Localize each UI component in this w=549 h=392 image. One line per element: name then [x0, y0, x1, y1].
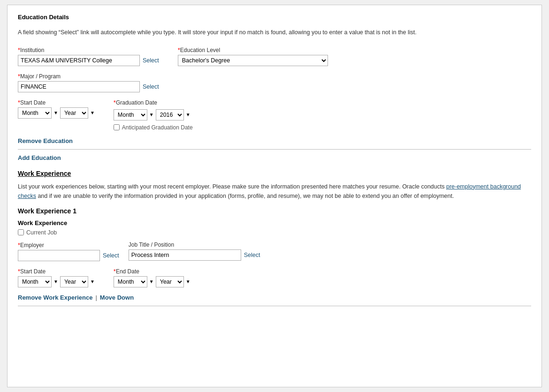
jobtitle-group: Job Title / Position Select: [129, 241, 260, 261]
anticipated-row: Anticipated Graduation Date: [114, 124, 193, 131]
work-start-date-selects: Month JanuaryFebruaryMarch AprilMayJune …: [18, 276, 95, 287]
work-start-year-select[interactable]: Year 201020112012 201320142015 201620172…: [60, 276, 88, 287]
education-row-3: *Start Date Month JanuaryFebruaryMarch A…: [18, 99, 531, 131]
major-group: *Major / Program Select: [18, 73, 159, 92]
work-end-month-select[interactable]: Month JanuaryFebruaryMarch AprilMayJune …: [114, 276, 147, 287]
education-row-2: *Major / Program Select: [18, 73, 531, 92]
add-education-link[interactable]: Add Education: [18, 154, 61, 161]
institution-select-link[interactable]: Select: [143, 57, 159, 64]
edu-start-date-selects: Month JanuaryFebruaryMarch AprilMayJune …: [18, 107, 95, 119]
work-experience-description: List your work experiences below, starti…: [18, 182, 531, 201]
edu-start-year-select[interactable]: Year 201020112012 201320142015 201620172…: [60, 107, 88, 119]
pipe-separator: |: [95, 294, 97, 301]
add-education-container: Add Education: [18, 154, 531, 161]
education-level-group: *Education Level Bachelor's Degree Maste…: [178, 46, 328, 66]
work-start-date-label: *Start Date: [18, 268, 95, 275]
institution-input-row: Select: [18, 55, 159, 66]
work-experience-1-number: Work Experience 1: [18, 207, 531, 215]
current-job-row: Current Job: [18, 229, 531, 236]
work-end-date-label: *End Date: [114, 268, 191, 275]
jobtitle-input-row: Select: [129, 249, 260, 261]
work-exp-desc-text2: and if we are unable to verify the infor…: [36, 193, 454, 199]
edu-start-date-arrow: ▼: [53, 110, 58, 115]
jobtitle-select-link[interactable]: Select: [244, 252, 260, 258]
employer-input[interactable]: [18, 250, 100, 261]
work-start-month-select[interactable]: Month JanuaryFebruaryMarch AprilMayJune …: [18, 276, 52, 287]
grad-year-arrow: ▼: [186, 112, 191, 117]
work-experience-bottom-divider: [18, 306, 531, 306]
major-select-link[interactable]: Select: [143, 83, 159, 90]
grad-year-select[interactable]: Year 201020112012 201320142015 201620172…: [156, 109, 184, 121]
employer-label: *Employer: [18, 241, 119, 249]
edu-start-year-arrow: ▼: [90, 110, 95, 115]
major-label: *Major / Program: [18, 73, 159, 80]
employer-input-row: Select: [18, 250, 119, 261]
edu-start-date-label: *Start Date: [18, 99, 95, 106]
employer-jobtitle-row: *Employer Select Job Title / Position Se…: [18, 241, 531, 261]
institution-group: *Institution Select: [18, 46, 159, 66]
remove-education-link[interactable]: Remove Education: [18, 137, 73, 144]
education-divider: [18, 149, 531, 150]
institution-input[interactable]: [18, 55, 140, 66]
work-experience-section-header: Work Experience: [18, 170, 531, 177]
employer-select-link[interactable]: Select: [103, 252, 119, 259]
education-level-select[interactable]: Bachelor's Degree Master's Degree Associ…: [178, 55, 328, 66]
education-level-label: *Education Level: [178, 46, 328, 53]
education-row-1: *Institution Select *Education Level Bac…: [18, 46, 531, 66]
startend-row: *Start Date Month JanuaryFebruaryMarch A…: [18, 268, 531, 287]
work-start-year-arrow: ▼: [90, 279, 95, 284]
major-input[interactable]: [18, 81, 140, 92]
work-end-year-arrow: ▼: [186, 279, 191, 284]
page-title: Education Details: [18, 14, 531, 21]
jobtitle-input[interactable]: [129, 249, 241, 261]
current-job-label: Current Job: [26, 229, 57, 236]
graduation-date-label: *Graduation Date: [114, 99, 193, 106]
remove-education-container: Remove Education: [18, 137, 531, 144]
major-input-row: Select: [18, 81, 159, 92]
jobtitle-label: Job Title / Position: [129, 241, 260, 248]
grad-month-select[interactable]: Month JanuaryFebruaryMarch AprilMayJune …: [114, 109, 147, 121]
main-container: Education Details A field showing “Selec…: [7, 5, 542, 387]
work-start-month-arrow: ▼: [53, 279, 58, 284]
work-end-month-arrow: ▼: [149, 279, 154, 284]
work-end-date-selects: Month JanuaryFebruaryMarch AprilMayJune …: [114, 276, 191, 287]
work-end-date-group: *End Date Month JanuaryFebruaryMarch Apr…: [114, 268, 191, 287]
work-end-year-select[interactable]: Year 201020112012 201320142015 201620172…: [156, 276, 184, 287]
remove-move-row: Remove Work Experience | Move Down: [18, 294, 531, 301]
current-job-checkbox[interactable]: [18, 229, 24, 235]
anticipated-checkbox[interactable]: [114, 124, 120, 130]
grad-month-arrow: ▼: [149, 112, 154, 117]
grad-date-selects: Month JanuaryFebruaryMarch AprilMayJune …: [114, 109, 193, 121]
institution-label: *Institution: [18, 46, 159, 53]
work-start-date-group: *Start Date Month JanuaryFebruaryMarch A…: [18, 268, 95, 287]
info-text: A field showing “Select” link will autoc…: [18, 28, 531, 37]
work-exp-desc-text1: List your work experiences below, starti…: [18, 183, 446, 190]
remove-work-experience-link[interactable]: Remove Work Experience: [18, 294, 92, 301]
edu-start-month-select[interactable]: Month JanuaryFebruaryMarch AprilMayJune …: [18, 107, 52, 119]
anticipated-label: Anticipated Graduation Date: [122, 124, 193, 131]
move-down-link[interactable]: Move Down: [100, 294, 134, 301]
edu-start-date-group: *Start Date Month JanuaryFebruaryMarch A…: [18, 99, 95, 119]
work-experience-1-label: Work Experience: [18, 219, 531, 226]
graduation-date-group: *Graduation Date Month JanuaryFebruaryMa…: [114, 99, 193, 131]
employer-group: *Employer Select: [18, 241, 119, 261]
